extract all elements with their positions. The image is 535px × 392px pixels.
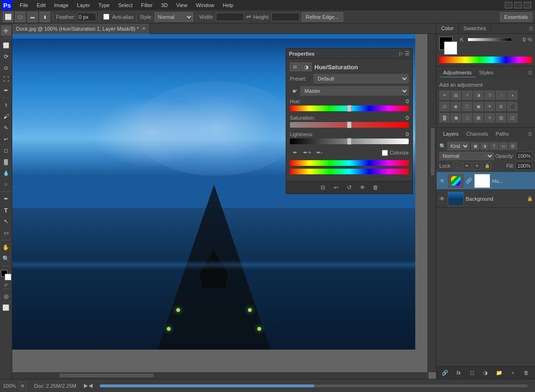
hue-slider[interactable] xyxy=(290,106,409,111)
color-spectrum[interactable] xyxy=(439,57,532,63)
tab-adjustments[interactable]: Adjustments xyxy=(439,68,476,77)
lock-image-btn[interactable]: ✒ xyxy=(463,162,471,170)
anti-alias-checkbox[interactable] xyxy=(103,14,109,20)
layer-group-btn[interactable]: 📁 xyxy=(494,368,504,377)
colorize-label[interactable]: Colorize xyxy=(382,150,409,156)
layer-adjustment-btn[interactable]: ◑ xyxy=(481,368,490,377)
posterize-btn[interactable]: ⊞ xyxy=(496,102,506,111)
play-btn[interactable]: ▶ xyxy=(84,383,88,389)
saturation-slider[interactable] xyxy=(290,122,409,128)
tab-styles[interactable]: Styles xyxy=(476,68,497,77)
solid-color-btn[interactable]: ◻ xyxy=(462,113,472,122)
quick-select-tool[interactable]: ⊙ xyxy=(1,63,11,73)
marquee-ellipse-tool[interactable]: ⬭ xyxy=(15,12,25,22)
swap-icon[interactable]: ⇌ xyxy=(246,13,251,20)
clone-stamp-tool[interactable]: ✎ xyxy=(1,122,11,133)
add-to-sample-btn[interactable]: ✒+ xyxy=(302,148,313,157)
blur-tool[interactable]: 💧 xyxy=(1,168,11,178)
layers-menu-icon[interactable]: ☰ xyxy=(528,131,532,137)
maximize-btn[interactable] xyxy=(514,2,522,8)
layer-link-hue[interactable]: 🔗 xyxy=(466,178,472,184)
blank-adj-btn[interactable]: ◫ xyxy=(507,113,518,122)
brush-tool[interactable]: 🖌 xyxy=(1,111,11,122)
menu-edit[interactable]: Edit xyxy=(33,1,49,9)
filter-type-icon[interactable]: T xyxy=(490,142,498,150)
selective-color-btn[interactable]: ◼ xyxy=(451,113,461,122)
exposure-btn[interactable]: ◑ xyxy=(473,90,484,100)
menu-image[interactable]: Image xyxy=(50,1,73,9)
layer-item-background[interactable]: 👁 Background 🔒 xyxy=(436,190,535,208)
delete-adjustment-btn[interactable]: 🗑 xyxy=(371,183,380,192)
lock-transparent-btn[interactable]: ⬚ xyxy=(453,162,461,170)
zoom-tool[interactable]: 🔍 xyxy=(1,253,11,264)
filter-smart-icon[interactable]: ⊞ xyxy=(509,142,517,150)
tab-color[interactable]: Color xyxy=(436,24,459,33)
refine-edge-btn[interactable]: Refine Edge... xyxy=(302,12,343,22)
filter-shape-icon[interactable]: ▭ xyxy=(499,142,508,150)
levels-btn[interactable]: ▤ xyxy=(451,90,461,100)
invert-btn[interactable]: ✦ xyxy=(485,102,495,111)
path-selection-tool[interactable]: ↖ xyxy=(1,216,11,227)
layer-delete-btn[interactable]: 🗑 xyxy=(522,368,531,377)
threshold-btn[interactable]: ⬛ xyxy=(507,102,518,111)
layer-item-hue-sat[interactable]: 👁 🔗 Hu... xyxy=(436,172,535,190)
close-btn[interactable] xyxy=(524,2,531,8)
menu-filter[interactable]: Filter xyxy=(137,1,156,9)
move-tool[interactable]: ✛ xyxy=(1,25,11,36)
quick-mask-mode[interactable]: ◎ xyxy=(1,291,11,302)
rectangular-marquee-tool[interactable]: ⬜ xyxy=(1,40,11,50)
bg-color-box[interactable] xyxy=(444,41,457,55)
zoom-info-btn[interactable]: ▤ xyxy=(19,382,26,390)
marquee-single-col-tool[interactable]: ▮ xyxy=(40,12,50,22)
sample-color-btn[interactable]: ✒ xyxy=(290,148,300,157)
eraser-tool[interactable]: ◻ xyxy=(1,145,11,155)
opacity-input[interactable] xyxy=(516,152,532,160)
black-white-btn[interactable]: ⚖ xyxy=(439,102,450,111)
hand-tool[interactable]: ✋ xyxy=(1,242,11,253)
menu-type[interactable]: Type xyxy=(95,1,114,9)
canvas-scroll-thumb-v[interactable] xyxy=(431,128,435,175)
shape-tool[interactable]: ▭ xyxy=(1,228,11,238)
lightness-slider[interactable] xyxy=(290,139,409,144)
colorize-checkbox[interactable] xyxy=(382,150,388,156)
marquee-single-row-tool[interactable]: ▬ xyxy=(27,12,38,22)
color-balance-btn[interactable]: ⬧ xyxy=(507,90,518,100)
gradient-tool[interactable]: ▓ xyxy=(1,156,11,167)
pen-tool[interactable]: ✒ xyxy=(1,194,11,204)
menu-file[interactable]: File xyxy=(16,1,32,9)
clip-to-layer-btn[interactable]: ⊟ xyxy=(318,183,328,192)
channel-hand-icon[interactable]: ☛ xyxy=(290,86,300,96)
reset-btn[interactable]: ↺ xyxy=(345,183,354,192)
color-panel-menu[interactable]: ☰ xyxy=(529,26,533,31)
channel-select[interactable]: Master Reds Yellows Greens Cyans Blues M… xyxy=(300,86,409,96)
toggle-visibility-btn[interactable]: 👁 xyxy=(358,183,367,192)
menu-select[interactable]: Select xyxy=(115,1,137,9)
layer-fx-btn[interactable]: fx xyxy=(454,368,463,377)
canvas-tab[interactable]: Dock.jpg @ 100% (Hue/Saturation 1, Layer… xyxy=(12,24,150,34)
gradient-fill-btn[interactable]: ▦ xyxy=(473,113,484,122)
crop-tool[interactable]: ⛶ xyxy=(1,74,11,84)
tab-layers[interactable]: Layers xyxy=(439,130,462,138)
menu-help[interactable]: Help xyxy=(219,1,238,9)
prev-btn[interactable]: ◀ xyxy=(89,383,92,389)
width-input[interactable] xyxy=(216,13,244,21)
lock-move-btn[interactable]: ✛ xyxy=(473,162,481,170)
tab-paths[interactable]: Paths xyxy=(492,130,513,138)
hue-thumb[interactable] xyxy=(347,105,352,112)
menu-view[interactable]: View xyxy=(173,1,191,9)
layer-link-icon[interactable]: 🔗 xyxy=(440,368,450,377)
type-tool[interactable]: T xyxy=(1,205,11,215)
lock-all-btn[interactable]: 🔒 xyxy=(483,162,491,170)
pattern-fill-btn[interactable]: ≡ xyxy=(485,113,495,122)
layer-new-btn[interactable]: + xyxy=(508,368,518,377)
screen-mode[interactable]: ⬜ xyxy=(1,302,11,313)
layer-mask-btn[interactable]: ◻ xyxy=(468,368,477,377)
healing-brush-tool[interactable]: ⚕ xyxy=(1,100,11,110)
menu-layer[interactable]: Layer xyxy=(73,1,94,9)
swap-colors-icon[interactable]: ⇌ xyxy=(4,282,8,287)
filter-pixel-icon[interactable]: ◼ xyxy=(471,142,479,150)
previous-state-btn[interactable]: ↩ xyxy=(331,183,341,192)
triangle-btn[interactable]: ▽ xyxy=(485,90,495,100)
dodge-tool[interactable]: ○ xyxy=(1,179,11,189)
canvas-scrollbar-v[interactable] xyxy=(429,34,436,372)
